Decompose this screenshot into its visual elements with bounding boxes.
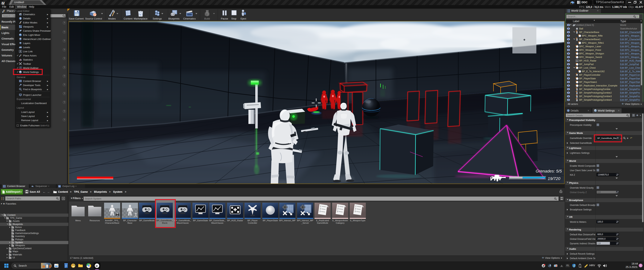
svg-text:19/720: 19/720 — [548, 176, 560, 181]
svg-text:u: u — [140, 13, 141, 16]
svg-text:u: u — [96, 264, 98, 267]
svg-text:i: i — [568, 109, 568, 112]
svg-text:Grenades: 5/5: Grenades: 5/5 — [536, 169, 562, 173]
svg-text:u: u — [2, 0, 5, 5]
